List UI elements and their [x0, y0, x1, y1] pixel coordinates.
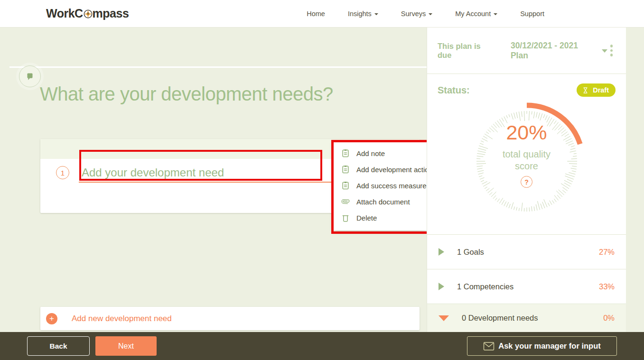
- nav-surveys[interactable]: Surveys: [390, 10, 444, 18]
- triangle-right-icon: [439, 248, 444, 256]
- nav-support[interactable]: Support: [509, 10, 556, 18]
- triangle-right-icon: [439, 283, 444, 290]
- status-badge: Draft: [577, 83, 616, 97]
- status-section: Status: Draft 20% total quality score ?: [427, 74, 626, 234]
- clipboard-icon: [341, 165, 350, 174]
- nav-home[interactable]: Home: [295, 10, 336, 18]
- menu-item-add-development-action[interactable]: Add development action: [334, 161, 427, 177]
- add-new-development-need-button[interactable]: + Add new development need: [40, 307, 420, 330]
- plan-selector-dropdown[interactable]: 30/12/2021 - 2021 Plan: [511, 41, 607, 61]
- section-percent: 0%: [603, 314, 615, 323]
- nav-my-account[interactable]: My Account: [444, 10, 509, 18]
- sidebar-section-goals[interactable]: 1 Goals 27%: [427, 234, 626, 269]
- kebab-menu-icon[interactable]: [607, 42, 616, 59]
- comment-icon: [25, 71, 35, 82]
- quality-score-gauge: 20% total quality score ?: [465, 100, 588, 223]
- back-button[interactable]: Back: [27, 336, 90, 356]
- section-percent: 33%: [599, 282, 615, 291]
- menu-item-delete[interactable]: Delete: [334, 210, 427, 226]
- sidebar-section-competencies[interactable]: 1 Competencies 33%: [427, 269, 626, 304]
- plan-summary-sidebar: This plan is due 30/12/2021 - 2021 Plan …: [427, 28, 626, 332]
- comment-bubble-button[interactable]: [19, 65, 41, 87]
- plan-header: This plan is due 30/12/2021 - 2021 Plan: [427, 28, 626, 74]
- clipboard-icon: [341, 148, 350, 158]
- workcompass-logo[interactable]: WorkC mpass: [46, 7, 129, 20]
- menu-item-attach-document[interactable]: Attach document: [334, 194, 427, 210]
- ask-manager-button[interactable]: Ask your manager for input: [467, 336, 617, 356]
- development-need-input[interactable]: [82, 165, 319, 181]
- section-divider: [9, 66, 427, 68]
- status-label: Status:: [438, 85, 470, 96]
- sidebar-section-development-needs[interactable]: 0 Development needs 0%: [427, 304, 626, 332]
- hourglass-icon: [581, 86, 589, 94]
- item-number-badge: 1: [56, 166, 69, 179]
- trash-icon: [341, 213, 350, 222]
- main-content: What are your development needs? 1 Add n…: [0, 28, 427, 332]
- input-underline: [79, 182, 332, 183]
- wizard-footer-bar: Back Next Ask your manager for input: [0, 332, 644, 360]
- gauge-percent-value: 20%: [506, 122, 547, 143]
- paperclip-icon: [341, 197, 350, 206]
- nav-insights[interactable]: Insights: [336, 10, 390, 18]
- logo-text-right: mpass: [93, 7, 129, 20]
- caret-down-icon: [494, 13, 497, 15]
- envelope-icon: [483, 342, 495, 351]
- next-button[interactable]: Next: [95, 336, 157, 356]
- triangle-down-icon: [439, 315, 449, 321]
- menu-item-add-note[interactable]: Add note: [334, 145, 427, 161]
- plus-icon: +: [46, 313, 57, 324]
- help-icon[interactable]: ?: [521, 176, 532, 188]
- caret-down-icon: [429, 13, 432, 15]
- compass-icon: [84, 9, 93, 18]
- gauge-caption: total quality score: [494, 148, 560, 172]
- section-percent: 27%: [599, 248, 615, 257]
- item-actions-menu: Add note Add development action Add su: [334, 142, 427, 231]
- caret-down-icon: [374, 13, 378, 15]
- clipboard-icon: [341, 181, 350, 190]
- logo-text-left: WorkC: [46, 7, 83, 20]
- menu-item-add-success-measure[interactable]: Add success measure: [334, 177, 427, 194]
- main-nav: Home Insights Surveys My Account Support: [295, 10, 556, 18]
- plan-due-label: This plan is due: [438, 42, 496, 60]
- top-navigation-bar: WorkC mpass Home Insights Surveys My Acc…: [0, 0, 644, 28]
- caret-down-icon: [602, 49, 607, 53]
- page-title: What are your development needs?: [40, 83, 333, 105]
